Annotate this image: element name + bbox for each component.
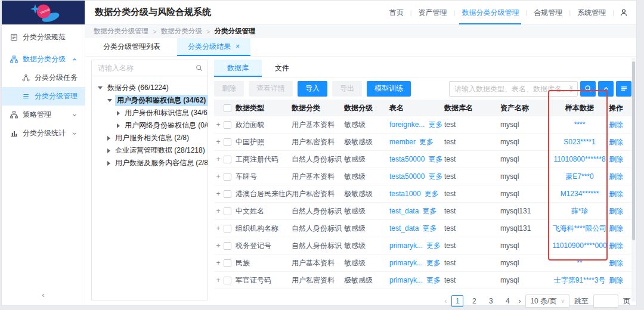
- tab-database[interactable]: 数据库: [214, 60, 262, 77]
- close-icon[interactable]: ×: [236, 42, 240, 51]
- collapse-filter-button[interactable]: [598, 81, 614, 97]
- page-number-4[interactable]: 4: [501, 295, 513, 307]
- cell-sample-data[interactable]: 11010800******8: [550, 155, 609, 163]
- delete-row-link[interactable]: 删除: [609, 259, 623, 267]
- expand-row-button[interactable]: +: [214, 276, 222, 284]
- row-checkbox[interactable]: [224, 138, 231, 146]
- more-link[interactable]: 更多: [419, 138, 434, 146]
- row-checkbox[interactable]: [224, 156, 231, 163]
- table-row[interactable]: +中文姓名自然人身份标识敏感级test_data更多testmysql131薛*…: [214, 203, 631, 220]
- search-icon[interactable]: [196, 64, 203, 72]
- table-row[interactable]: +港澳台居民来往内地...用户私密资料极敏感级testa1000更多testmy…: [214, 185, 631, 203]
- table-row[interactable]: +车牌号用户基本资料敏感级testa50000更多testmysql蒙E7***…: [214, 168, 631, 185]
- tree-node[interactable]: 数据分类 (66/1224): [94, 82, 205, 94]
- cell-sample-data[interactable]: 11010900****000: [550, 241, 609, 250]
- tree-node[interactable]: 用户身份和标识信息 (34/62): [94, 107, 205, 119]
- prev-page-button[interactable]: ‹: [444, 297, 447, 305]
- expand-row-button[interactable]: +: [214, 259, 222, 267]
- table-name-link[interactable]: testa50000: [389, 172, 425, 181]
- tree-caret-right-icon[interactable]: [117, 111, 120, 116]
- tree-caret-down-icon[interactable]: [98, 86, 103, 89]
- more-link[interactable]: 更多: [428, 155, 442, 163]
- delete-row-link[interactable]: 删除: [609, 207, 623, 215]
- expand-row-button[interactable]: +: [214, 207, 222, 215]
- tree-node[interactable]: 用户数据及服务内容信息 (2/8): [94, 157, 205, 169]
- nav-item-2[interactable]: 数据分类分级管理: [459, 1, 521, 24]
- row-checkbox[interactable]: [224, 207, 231, 215]
- expand-row-button[interactable]: +: [214, 155, 222, 163]
- user-icon[interactable]: [620, 8, 628, 17]
- row-checkbox[interactable]: [224, 277, 231, 284]
- table-name-link[interactable]: foreignke...: [389, 120, 425, 129]
- nav-item-3[interactable]: 合规管理: [531, 1, 565, 24]
- table-name-link[interactable]: testa1000: [389, 190, 421, 198]
- row-checkbox[interactable]: [224, 242, 231, 250]
- nav-item-1[interactable]: 资产管理: [416, 1, 450, 24]
- tree-node[interactable]: 用户身份和鉴权信息 (34/62): [94, 94, 205, 107]
- delete-row-link[interactable]: 删除: [609, 241, 623, 250]
- expand-row-button[interactable]: +: [214, 190, 222, 198]
- select-all-checkbox[interactable]: [224, 104, 231, 112]
- tab-management-list[interactable]: 分类分级管理列表: [92, 38, 171, 56]
- import-button[interactable]: 导入: [298, 81, 327, 97]
- tree-caret-right-icon[interactable]: [107, 136, 110, 141]
- table-name-link[interactable]: member: [389, 138, 416, 146]
- sidebar-item[interactable]: 分类分级规范: [2, 28, 85, 46]
- search-button[interactable]: [580, 81, 596, 97]
- table-row[interactable]: +中国护照用户私密资料极敏感级member更多testmysqlS023****…: [214, 134, 631, 151]
- tree-search-input[interactable]: [97, 63, 196, 73]
- delete-row-link[interactable]: 删除: [609, 276, 623, 284]
- delete-row-link[interactable]: 删除: [609, 138, 623, 146]
- delete-row-link[interactable]: 删除: [609, 155, 623, 163]
- more-link[interactable]: 更多: [422, 224, 436, 232]
- row-checkbox[interactable]: [224, 225, 231, 232]
- tab-classification-result[interactable]: 分类分级结果×: [177, 38, 250, 56]
- jump-page-input[interactable]: [593, 294, 618, 308]
- cell-sample-data[interactable]: ****: [550, 120, 609, 129]
- model-training-button[interactable]: 模型训练: [367, 81, 411, 97]
- more-link[interactable]: 更多: [428, 120, 442, 129]
- row-checkbox[interactable]: [224, 190, 231, 198]
- breadcrumb-item[interactable]: 数据分类分级: [161, 27, 202, 36]
- tab-file[interactable]: 文件: [262, 60, 302, 77]
- column-settings-button[interactable]: [616, 81, 631, 97]
- tree-caret-down-icon[interactable]: [107, 99, 112, 102]
- row-checkbox[interactable]: [224, 259, 231, 267]
- nav-item-0[interactable]: 首页: [387, 1, 406, 24]
- table-name-link[interactable]: primaryk...: [389, 259, 423, 267]
- table-row[interactable]: +政治面貌用户基本资料敏感级foreignke...更多testmysql***…: [214, 116, 631, 134]
- cell-sample-data[interactable]: 士字第91****3号: [550, 275, 609, 286]
- sidebar-collapse-button[interactable]: ‹: [2, 290, 85, 299]
- table-row[interactable]: +军官证号码用户私密资料极敏感级primaryk...更多testmysql士字…: [214, 272, 631, 289]
- cell-sample-data[interactable]: S023****1: [550, 138, 609, 146]
- more-link[interactable]: 更多: [426, 241, 441, 250]
- tree-node[interactable]: 用户网络身份鉴权信息 (0/0): [94, 119, 205, 132]
- cell-sample-data[interactable]: M1234******: [550, 190, 609, 198]
- cell-sample-data[interactable]: 薛*珍: [550, 206, 609, 216]
- table-row[interactable]: +民族用户基本资料敏感级primaryk...更多testmysql**删除: [214, 255, 631, 272]
- table-row[interactable]: +组织机构名称自然人身份标识敏感级test_data更多testmysql131…: [214, 220, 631, 237]
- tree-caret-right-icon[interactable]: [107, 161, 110, 166]
- row-checkbox[interactable]: [224, 121, 231, 129]
- delete-row-link[interactable]: 删除: [609, 172, 623, 181]
- expand-row-button[interactable]: +: [214, 138, 222, 146]
- cell-sample-data[interactable]: 蒙E7***0: [550, 172, 609, 182]
- table-row[interactable]: +税务登记号自然人身份标识敏感级primaryk...更多testmysql11…: [214, 237, 631, 255]
- expand-row-button[interactable]: +: [214, 224, 222, 232]
- scrollbar-thumb[interactable]: [632, 61, 635, 240]
- tree-caret-right-icon[interactable]: [107, 148, 110, 153]
- page-number-2[interactable]: 2: [468, 295, 480, 307]
- nav-item-4[interactable]: 系统管理: [575, 1, 608, 24]
- breadcrumb-item[interactable]: 数据分类分级管理: [94, 27, 148, 36]
- expand-row-button[interactable]: +: [214, 120, 222, 129]
- table-name-link[interactable]: testa50000: [389, 155, 425, 163]
- expand-row-button[interactable]: +: [214, 241, 222, 250]
- table-name-link[interactable]: primaryk...: [389, 276, 423, 284]
- sidebar-item[interactable]: 分类分级管理: [2, 87, 85, 106]
- tree-node[interactable]: 用户服务相关信息 (2/8): [94, 132, 205, 144]
- table-row[interactable]: +工商注册代码自然人身份标识敏感级testa50000更多testmysql11…: [214, 151, 631, 168]
- tree-caret-right-icon[interactable]: [117, 123, 120, 128]
- delete-row-link[interactable]: 删除: [609, 190, 623, 198]
- table-name-link[interactable]: test_data: [389, 224, 419, 232]
- page-size-select[interactable]: 10 条/页∨: [525, 294, 569, 308]
